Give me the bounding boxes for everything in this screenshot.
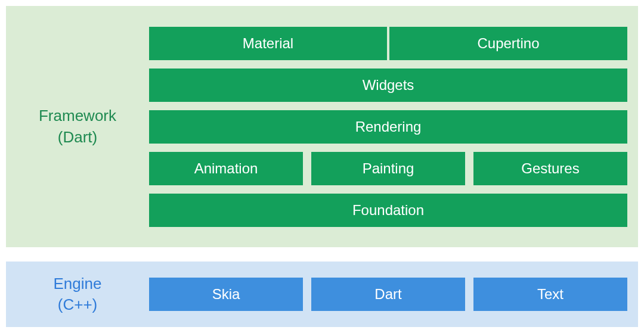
block-gestures: Gestures: [473, 152, 627, 185]
block-painting: Painting: [311, 152, 465, 185]
layer-row: Animation Painting Gestures: [149, 152, 627, 185]
block-dart: Dart: [311, 278, 465, 311]
block-widgets: Widgets: [149, 69, 627, 102]
block-rendering: Rendering: [149, 110, 627, 144]
framework-label-line1: Framework: [6, 105, 149, 126]
layer-row: Skia Dart Text: [149, 278, 627, 311]
engine-label: Engine (C++): [6, 273, 149, 315]
block-cupertino: Cupertino: [389, 27, 627, 60]
framework-label-line2: (Dart): [6, 127, 149, 148]
layer-row: Rendering: [149, 110, 627, 144]
block-animation: Animation: [149, 152, 303, 185]
framework-label: Framework (Dart): [6, 105, 149, 147]
framework-layers: Material Cupertino Widgets Rendering Ani…: [149, 27, 627, 227]
engine-section: Engine (C++) Skia Dart Text: [6, 262, 638, 327]
block-text: Text: [473, 278, 627, 311]
framework-section: Framework (Dart) Material Cupertino Widg…: [6, 6, 638, 247]
layer-row: Material Cupertino: [149, 27, 627, 60]
block-material: Material: [149, 27, 387, 60]
engine-label-line2: (C++): [6, 294, 149, 315]
engine-layers: Skia Dart Text: [149, 278, 627, 311]
block-foundation: Foundation: [149, 194, 627, 227]
block-skia: Skia: [149, 278, 303, 311]
layer-row: Widgets: [149, 69, 627, 102]
layer-row: Foundation: [149, 194, 627, 227]
engine-label-line1: Engine: [6, 273, 149, 294]
